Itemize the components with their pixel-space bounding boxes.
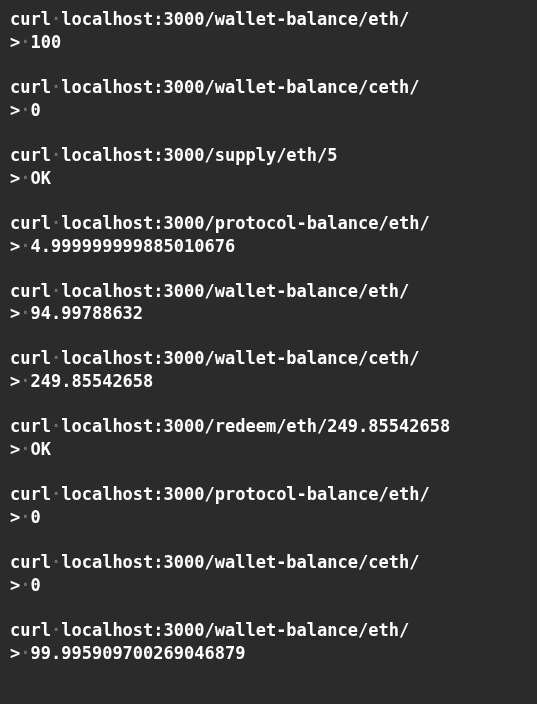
output-value: 99.995909700269046879 bbox=[31, 643, 246, 663]
space-marker-icon: · bbox=[20, 507, 30, 527]
output-value: 94.99788632 bbox=[31, 303, 144, 323]
terminal-block: curl·localhost:3000/wallet-balance/ceth/… bbox=[10, 551, 527, 597]
output-line: >·0 bbox=[10, 574, 527, 597]
space-marker-icon: · bbox=[20, 100, 30, 120]
terminal-block: curl·localhost:3000/wallet-balance/eth/>… bbox=[10, 280, 527, 326]
space-marker-icon: · bbox=[51, 620, 61, 640]
space-marker-icon: · bbox=[20, 643, 30, 663]
output-prefix: > bbox=[10, 507, 20, 527]
output-line: >·OK bbox=[10, 167, 527, 190]
space-marker-icon: · bbox=[20, 371, 30, 391]
space-marker-icon: · bbox=[20, 303, 30, 323]
output-prefix: > bbox=[10, 100, 20, 120]
terminal-block: curl·localhost:3000/wallet-balance/ceth/… bbox=[10, 76, 527, 122]
command-name: curl bbox=[10, 213, 51, 233]
command-arg: localhost:3000/wallet-balance/ceth/ bbox=[61, 348, 419, 368]
command-arg: localhost:3000/wallet-balance/eth/ bbox=[61, 620, 409, 640]
output-prefix: > bbox=[10, 643, 20, 663]
terminal-block: curl·localhost:3000/wallet-balance/ceth/… bbox=[10, 347, 527, 393]
command-arg: localhost:3000/wallet-balance/ceth/ bbox=[61, 77, 419, 97]
output-prefix: > bbox=[10, 303, 20, 323]
terminal-block: curl·localhost:3000/supply/eth/5>·OK bbox=[10, 144, 527, 190]
command-name: curl bbox=[10, 9, 51, 29]
space-marker-icon: · bbox=[51, 77, 61, 97]
command-name: curl bbox=[10, 77, 51, 97]
command-line: curl·localhost:3000/protocol-balance/eth… bbox=[10, 212, 527, 235]
output-line: >·OK bbox=[10, 438, 527, 461]
command-line: curl·localhost:3000/wallet-balance/ceth/ bbox=[10, 347, 527, 370]
command-arg: localhost:3000/protocol-balance/eth/ bbox=[61, 213, 429, 233]
command-line: curl·localhost:3000/wallet-balance/ceth/ bbox=[10, 76, 527, 99]
output-prefix: > bbox=[10, 439, 20, 459]
output-line: >·249.85542658 bbox=[10, 370, 527, 393]
output-value: 249.85542658 bbox=[31, 371, 154, 391]
command-name: curl bbox=[10, 552, 51, 572]
output-line: >·0 bbox=[10, 506, 527, 529]
command-line: curl·localhost:3000/wallet-balance/eth/ bbox=[10, 280, 527, 303]
space-marker-icon: · bbox=[51, 213, 61, 233]
command-arg: localhost:3000/wallet-balance/eth/ bbox=[61, 9, 409, 29]
command-arg: localhost:3000/supply/eth/5 bbox=[61, 145, 337, 165]
space-marker-icon: · bbox=[20, 439, 30, 459]
command-line: curl·localhost:3000/redeem/eth/249.85542… bbox=[10, 415, 527, 438]
output-prefix: > bbox=[10, 575, 20, 595]
command-name: curl bbox=[10, 145, 51, 165]
terminal-block: curl·localhost:3000/protocol-balance/eth… bbox=[10, 483, 527, 529]
command-line: curl·localhost:3000/wallet-balance/eth/ bbox=[10, 619, 527, 642]
command-arg: localhost:3000/wallet-balance/ceth/ bbox=[61, 552, 419, 572]
terminal-block: curl·localhost:3000/wallet-balance/eth/>… bbox=[10, 619, 527, 665]
command-arg: localhost:3000/wallet-balance/eth/ bbox=[61, 281, 409, 301]
terminal-output: curl·localhost:3000/wallet-balance/eth/>… bbox=[10, 8, 527, 665]
terminal-block: curl·localhost:3000/protocol-balance/eth… bbox=[10, 212, 527, 258]
output-value: 0 bbox=[31, 507, 41, 527]
space-marker-icon: · bbox=[51, 416, 61, 436]
space-marker-icon: · bbox=[51, 348, 61, 368]
output-value: 0 bbox=[31, 100, 41, 120]
space-marker-icon: · bbox=[51, 484, 61, 504]
space-marker-icon: · bbox=[20, 32, 30, 52]
command-line: curl·localhost:3000/wallet-balance/ceth/ bbox=[10, 551, 527, 574]
output-value: 100 bbox=[31, 32, 62, 52]
output-line: >·100 bbox=[10, 31, 527, 54]
command-line: curl·localhost:3000/supply/eth/5 bbox=[10, 144, 527, 167]
output-value: OK bbox=[31, 168, 51, 188]
output-prefix: > bbox=[10, 236, 20, 256]
command-arg: localhost:3000/redeem/eth/249.85542658 bbox=[61, 416, 450, 436]
output-line: >·94.99788632 bbox=[10, 302, 527, 325]
output-line: >·99.995909700269046879 bbox=[10, 642, 527, 665]
command-name: curl bbox=[10, 416, 51, 436]
command-arg: localhost:3000/protocol-balance/eth/ bbox=[61, 484, 429, 504]
output-prefix: > bbox=[10, 371, 20, 391]
output-line: >·0 bbox=[10, 99, 527, 122]
command-name: curl bbox=[10, 348, 51, 368]
output-prefix: > bbox=[10, 168, 20, 188]
output-value: 4.999999999885010676 bbox=[31, 236, 236, 256]
space-marker-icon: · bbox=[20, 168, 30, 188]
output-prefix: > bbox=[10, 32, 20, 52]
space-marker-icon: · bbox=[51, 9, 61, 29]
space-marker-icon: · bbox=[51, 281, 61, 301]
space-marker-icon: · bbox=[51, 145, 61, 165]
output-value: 0 bbox=[31, 575, 41, 595]
command-name: curl bbox=[10, 281, 51, 301]
command-name: curl bbox=[10, 620, 51, 640]
output-line: >·4.999999999885010676 bbox=[10, 235, 527, 258]
output-value: OK bbox=[31, 439, 51, 459]
terminal-block: curl·localhost:3000/redeem/eth/249.85542… bbox=[10, 415, 527, 461]
space-marker-icon: · bbox=[20, 236, 30, 256]
terminal-block: curl·localhost:3000/wallet-balance/eth/>… bbox=[10, 8, 527, 54]
space-marker-icon: · bbox=[20, 575, 30, 595]
command-name: curl bbox=[10, 484, 51, 504]
command-line: curl·localhost:3000/protocol-balance/eth… bbox=[10, 483, 527, 506]
command-line: curl·localhost:3000/wallet-balance/eth/ bbox=[10, 8, 527, 31]
space-marker-icon: · bbox=[51, 552, 61, 572]
